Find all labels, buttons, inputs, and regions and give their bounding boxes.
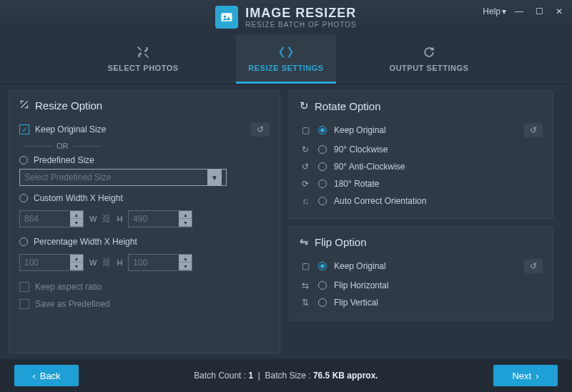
refresh-icon	[422, 44, 436, 61]
tab-label: OUTPUT SETTINGS	[390, 64, 469, 72]
resize-header: Resize Option	[19, 99, 270, 112]
rotate-auto-radio[interactable]	[318, 197, 327, 205]
help-label: Help	[483, 6, 500, 16]
tab-label: SELECT PHOTOS	[107, 64, 178, 72]
custom-wh-label: Custom Width X Height	[34, 193, 123, 203]
rotate-ccw-icon: ↺	[300, 162, 311, 172]
tab-bar: SELECT PHOTOS RESIZE SETTINGS OUTPUT SET…	[0, 34, 572, 84]
save-predefined-label: Save as Predefined	[35, 299, 110, 309]
percent-wh-radio[interactable]	[19, 237, 28, 246]
spin-down[interactable]: ▼	[179, 263, 192, 270]
rotate-auto-label: Auto Correct Orientation	[334, 196, 426, 206]
chevron-left-icon: ‹	[32, 371, 35, 381]
spin-down[interactable]: ▼	[179, 219, 192, 227]
predefined-size-label: Predefined Size	[34, 155, 94, 165]
app-title: IMAGE RESIZER	[245, 6, 357, 21]
rotate-header-label: Rotate Option	[315, 100, 381, 112]
content-area: Resize Option Keep Original Size ↺ OR Pr…	[0, 84, 572, 359]
svg-point-1	[224, 16, 226, 18]
spin-up[interactable]: ▲	[70, 255, 83, 263]
flip-header: ⇋ Flip Option	[300, 235, 543, 248]
back-button[interactable]: ‹ Back	[14, 365, 79, 386]
keep-original-size-checkbox[interactable]	[19, 124, 29, 134]
chevron-right-icon: ›	[536, 371, 538, 381]
spin-down[interactable]: ▼	[70, 219, 83, 227]
rotate-180-radio[interactable]	[318, 180, 327, 188]
rotate-keep-label: Keep Original	[334, 125, 386, 135]
flip-option-panel: ⇋ Flip Option ▢ Keep Original ↺ ⇆ Flip H…	[289, 226, 553, 320]
close-button[interactable]: ✕	[552, 4, 566, 19]
resize-option-panel: Resize Option Keep Original Size ↺ OR Pr…	[9, 90, 280, 353]
pct-height-input[interactable]: 100▲▼	[128, 254, 192, 271]
titlebar: IMAGE RESIZER RESIZE BATCH OF PHOTOS Hel…	[0, 0, 572, 34]
custom-wh-radio[interactable]	[19, 194, 28, 202]
flip-horizontal-radio[interactable]	[318, 281, 327, 290]
percent-wh-label: Percentage Width X Height	[34, 237, 137, 247]
pct-width-input[interactable]: 100▲▼	[19, 254, 84, 271]
keep-original-size-label: Keep Original Size	[35, 124, 106, 134]
flip-vertical-label: Flip Vertical	[334, 298, 378, 308]
chevron-down-icon: ▾	[502, 6, 506, 16]
app-subtitle: RESIZE BATCH OF PHOTOS	[245, 21, 357, 29]
link-aspect-icon[interactable]: ⛓	[102, 214, 111, 224]
back-label: Back	[40, 371, 61, 381]
rotate-90ccw-label: 90° Anti-Clockwise	[334, 162, 405, 172]
image-icon: ▢	[300, 261, 311, 271]
rotate-option-panel: ↻ Rotate Option ▢ Keep Original ↺ ↻ 90° …	[289, 90, 553, 219]
rotate-header-icon: ↻	[300, 99, 309, 112]
w-label: W	[89, 258, 97, 267]
predefined-placeholder: Select Predefined Size	[24, 172, 111, 182]
tab-select-photos[interactable]: SELECT PHOTOS	[93, 34, 193, 84]
tab-output-settings[interactable]: OUTPUT SETTINGS	[379, 34, 479, 84]
rotate-180-label: 180° Rotate	[334, 179, 380, 189]
or-divider: OR	[19, 142, 270, 150]
app-title-block: IMAGE RESIZER RESIZE BATCH OF PHOTOS	[245, 6, 357, 29]
reset-flip-button[interactable]: ↺	[524, 259, 543, 273]
batch-info: Batch Count : 1 | Batch Size : 76.5 KB a…	[79, 371, 493, 381]
chevron-down-icon: ▼	[207, 170, 222, 185]
rotate-cw-icon: ↻	[300, 144, 311, 155]
auto-rotate-icon: ⎌	[300, 196, 311, 206]
link-aspect-icon[interactable]: ⛓	[102, 258, 111, 268]
help-menu[interactable]: Help ▾	[483, 6, 506, 16]
next-label: Next	[512, 371, 531, 381]
expand-icon	[136, 44, 150, 61]
tab-label: RESIZE SETTINGS	[248, 64, 323, 72]
keep-aspect-checkbox[interactable]	[19, 282, 29, 292]
h-label: H	[117, 258, 122, 267]
resize-header-label: Resize Option	[35, 99, 102, 112]
resize-header-icon	[19, 99, 29, 112]
rotate-keep-radio[interactable]	[318, 126, 327, 134]
flip-v-icon: ⇅	[300, 298, 311, 308]
predefined-size-select[interactable]: Select Predefined Size ▼	[19, 169, 227, 186]
rotate-180-icon: ⟳	[300, 179, 311, 189]
save-predefined-checkbox[interactable]	[19, 299, 29, 309]
rotate-header: ↻ Rotate Option	[300, 99, 543, 112]
width-input[interactable]: 864▲▼	[19, 210, 84, 227]
maximize-button[interactable]: ☐	[532, 4, 546, 19]
spin-down[interactable]: ▼	[70, 263, 83, 270]
spin-up[interactable]: ▲	[70, 211, 83, 219]
reset-rotate-button[interactable]: ↺	[524, 123, 543, 137]
flip-horizontal-label: Flip Horizontal	[334, 280, 389, 290]
footer-bar: ‹ Back Batch Count : 1 | Batch Size : 76…	[0, 359, 572, 392]
next-button[interactable]: Next ›	[493, 365, 558, 386]
rotate-90cw-radio[interactable]	[318, 145, 327, 154]
flip-vertical-radio[interactable]	[318, 298, 327, 307]
flip-header-label: Flip Option	[315, 236, 367, 248]
w-label: W	[89, 215, 97, 223]
spin-up[interactable]: ▲	[179, 255, 192, 263]
resize-icon	[278, 44, 294, 61]
keep-aspect-label: Keep aspect ratio	[35, 282, 102, 292]
predefined-size-radio[interactable]	[19, 156, 28, 165]
reset-resize-button[interactable]: ↺	[251, 122, 270, 137]
flip-h-icon: ⇆	[300, 280, 311, 290]
minimize-button[interactable]: —	[512, 4, 526, 19]
spin-up[interactable]: ▲	[179, 211, 192, 219]
rotate-90ccw-radio[interactable]	[318, 162, 327, 171]
tab-resize-settings[interactable]: RESIZE SETTINGS	[236, 34, 336, 84]
flip-keep-radio[interactable]	[318, 262, 327, 270]
height-input[interactable]: 490▲▼	[128, 210, 192, 227]
flip-keep-label: Keep Original	[334, 261, 386, 271]
image-icon: ▢	[300, 125, 311, 135]
